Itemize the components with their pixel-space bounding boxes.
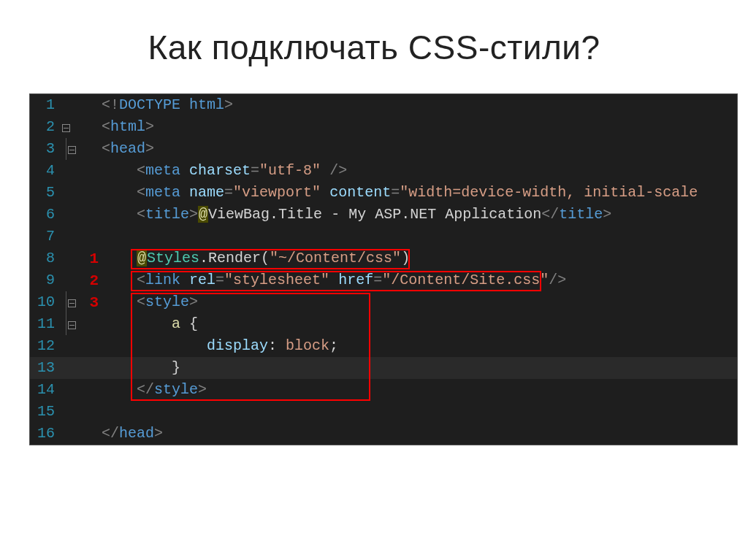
annotation-2: 2 [83, 269, 102, 293]
line-number: 1 [30, 94, 61, 116]
code-line: 6 <title>@ViewBag.Title - My ASP.NET App… [30, 204, 737, 226]
fold-minus-icon[interactable] [68, 321, 76, 329]
code-line: 4 <meta charset="utf-8" /> [30, 160, 737, 182]
fold-minus-icon[interactable] [62, 124, 70, 132]
fold-gutter [61, 291, 78, 313]
code-line: 2 <html> [30, 116, 737, 138]
code-text: </style> [102, 379, 207, 401]
code-text: <style> [102, 291, 198, 313]
code-text: <meta charset="utf-8" /> [102, 160, 347, 182]
line-number: 14 [30, 379, 61, 401]
fold-gutter [61, 138, 78, 160]
line-number: 6 [30, 204, 61, 226]
line-number: 13 [30, 357, 61, 379]
code-text: display: block; [102, 335, 338, 357]
code-line: 5 <meta name="viewport" content="width=d… [30, 182, 737, 204]
line-number: 7 [30, 226, 61, 248]
code-line: 9 2 <link rel="stylesheet" href="/Conten… [30, 269, 737, 291]
annotation-3: 3 [83, 291, 102, 315]
code-text: <head> [102, 138, 154, 160]
code-line: 15 [30, 401, 737, 423]
code-line: 11 a { [30, 313, 737, 335]
code-text: <link rel="stylesheet" href="/Content/Si… [102, 269, 566, 291]
code-text: a { [102, 313, 198, 335]
line-number: 16 [30, 423, 61, 445]
line-number: 11 [30, 313, 61, 335]
fold-minus-icon[interactable] [68, 146, 76, 154]
code-line: 13 } [30, 357, 737, 379]
code-editor: 1 <!DOCTYPE html> 2 <html> 3 <head> 4 [29, 93, 738, 445]
line-number: 10 [30, 291, 61, 313]
slide: Как подключать CSS-стили? 1 <!DOCTYPE ht… [0, 0, 748, 560]
code-line: 16 </head> [30, 423, 737, 445]
code-line: 7 [30, 226, 737, 248]
code-line: 3 <head> [30, 138, 737, 160]
line-number: 2 [30, 116, 61, 138]
code-text: <!DOCTYPE html> [102, 94, 233, 116]
code-line: 10 3 <style> [30, 291, 737, 313]
code-text: <meta name="viewport" content="width=dev… [102, 182, 698, 204]
fold-gutter [61, 313, 78, 335]
slide-title: Как подключать CSS-стили? [0, 28, 748, 67]
code-text: </head> [102, 423, 163, 445]
line-number: 5 [30, 182, 61, 204]
code-line: 8 1 @Styles.Render("~/Content/css") [30, 248, 737, 269]
code-text: <html> [102, 116, 154, 138]
code-text: <title>@ViewBag.Title - My ASP.NET Appli… [102, 204, 611, 226]
code-text: } [102, 357, 180, 379]
fold-minus-icon[interactable] [68, 299, 76, 307]
code-line: 1 <!DOCTYPE html> [30, 94, 737, 116]
line-number: 8 [30, 248, 61, 269]
line-number: 12 [30, 335, 61, 357]
line-number: 4 [30, 160, 61, 182]
code-line: 12 display: block; [30, 335, 737, 357]
annotation-1: 1 [83, 248, 102, 271]
code-text: @Styles.Render("~/Content/css") [102, 248, 410, 269]
line-number: 15 [30, 401, 61, 423]
code-line: 14 </style> [30, 379, 737, 401]
fold-gutter [61, 116, 78, 138]
line-number: 3 [30, 138, 61, 160]
line-number: 9 [30, 269, 61, 291]
